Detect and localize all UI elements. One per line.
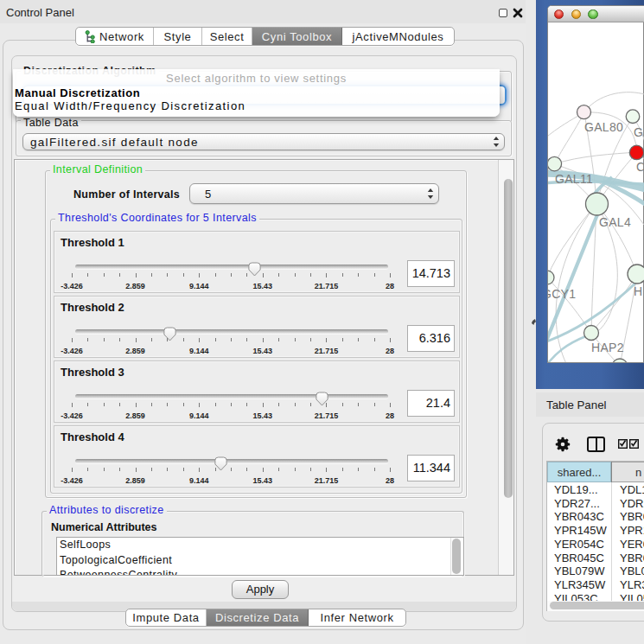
svg-text:H: H [634, 284, 642, 298]
svg-text:GAL80: GAL80 [584, 120, 623, 134]
svg-text:C: C [636, 160, 644, 174]
svg-text:GCY1: GCY1 [548, 287, 576, 301]
svg-text:GAL11: GAL11 [555, 172, 593, 186]
svg-text:HAP2: HAP2 [591, 341, 624, 354]
svg-text:GAL4: GAL4 [599, 215, 631, 229]
svg-text:G.: G. [634, 125, 644, 139]
